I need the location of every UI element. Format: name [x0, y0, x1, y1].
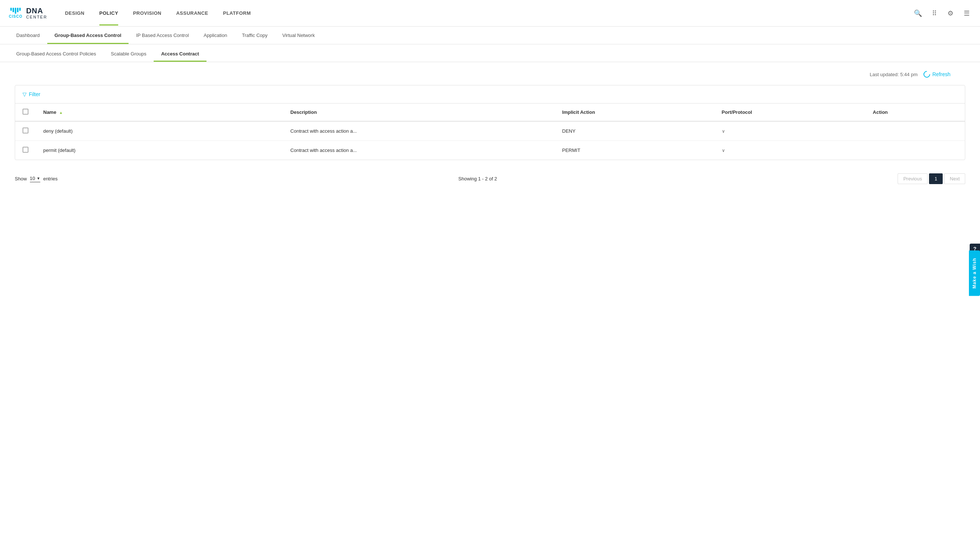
row2-implicit-action: PERMIT [555, 141, 714, 160]
show-entries: Show 10 ▼ entries [15, 176, 57, 182]
row1-description: Contract with access action a... [283, 121, 555, 141]
sub-nav1: Dashboard Group-Based Access Control IP … [0, 27, 980, 45]
top-navigation: CISCO DNA CENTER DESIGN POLICY PROVISION… [0, 0, 980, 27]
select-all-checkbox[interactable] [22, 109, 29, 115]
dna-sub: CENTER [26, 15, 47, 19]
bar2 [13, 8, 14, 12]
entries-value: 10 [30, 176, 35, 181]
tab-access-contract[interactable]: Access Contract [154, 46, 207, 62]
row2-description: Contract with access action a... [283, 141, 555, 160]
table-area: ▽ Filter Name ▲ Description [15, 85, 965, 160]
header-row: Name ▲ Description Implicit Action Port/… [15, 104, 965, 121]
sub-nav2: Group-Based Access Control Policies Scal… [0, 46, 980, 62]
entries-dropdown-icon: ▼ [37, 176, 40, 180]
filter-button[interactable]: ▽ Filter [22, 91, 958, 97]
logo-area: CISCO DNA CENTER [9, 6, 47, 19]
tab-group-based[interactable]: Group-Based Access Control [47, 27, 129, 44]
page-1-button[interactable]: 1 [929, 173, 943, 184]
tab-application[interactable]: Application [196, 27, 235, 44]
header-port-protocol: Port/Protocol [714, 104, 865, 121]
row1-checkbox[interactable] [22, 128, 29, 133]
filter-row: ▽ Filter [15, 85, 965, 104]
apps-icon[interactable]: ⠿ [930, 9, 939, 18]
nav-item-platform[interactable]: PLATFORM [223, 9, 251, 18]
implicit-action-column-label: Implicit Action [562, 109, 595, 115]
action-column-label: Action [873, 109, 888, 115]
description-column-label: Description [290, 109, 317, 115]
refresh-icon [922, 70, 931, 79]
bar3 [15, 8, 16, 14]
table-row: deny (default) Contract with access acti… [15, 121, 965, 141]
filter-label: Filter [29, 91, 40, 97]
bottom-row: Show 10 ▼ entries Showing 1 - 2 of 2 Pre… [15, 168, 965, 190]
search-icon[interactable]: 🔍 [913, 9, 923, 18]
refresh-label: Refresh [932, 71, 950, 77]
row2-port-protocol: ∨ [714, 141, 865, 160]
row2-name: permit (default) [36, 141, 283, 160]
header-description: Description [283, 104, 555, 121]
cisco-bars [10, 8, 21, 14]
row1-implicit-action: DENY [555, 121, 714, 141]
row1-expand-chevron[interactable]: ∨ [722, 129, 725, 134]
row2-expand-chevron[interactable]: ∨ [722, 148, 725, 153]
nav-item-provision[interactable]: PROVISION [133, 9, 161, 18]
header-name[interactable]: Name ▲ [36, 104, 283, 121]
row1-port-protocol: ∨ [714, 121, 865, 141]
table-header: Name ▲ Description Implicit Action Port/… [15, 104, 965, 121]
show-label: Show [15, 176, 27, 182]
showing-text: Showing 1 - 2 of 2 [458, 176, 497, 182]
bar1 [10, 8, 12, 11]
main-content: Last updated: 5:44 pm Refresh ▽ Filter [0, 62, 980, 199]
previous-button[interactable]: Previous [897, 173, 928, 184]
nav-item-design[interactable]: DESIGN [65, 9, 84, 18]
cisco-text: CISCO [9, 14, 22, 19]
nav-items: DESIGN POLICY PROVISION ASSURANCE PLATFO… [65, 9, 913, 18]
row2-checkbox[interactable] [22, 147, 29, 153]
port-protocol-column-label: Port/Protocol [722, 109, 752, 115]
entries-label: entries [43, 176, 57, 182]
access-contract-table: Name ▲ Description Implicit Action Port/… [15, 104, 965, 160]
row2-action [865, 141, 965, 160]
refresh-button[interactable]: Refresh [923, 71, 950, 78]
pagination: Previous 1 Next [897, 173, 965, 184]
tab-ip-based[interactable]: IP Based Access Control [129, 27, 196, 44]
entries-select[interactable]: 10 ▼ [30, 176, 40, 182]
nav-item-assurance[interactable]: ASSURANCE [176, 9, 208, 18]
next-button[interactable]: Next [944, 173, 965, 184]
menu-icon[interactable]: ☰ [962, 9, 971, 18]
table-body: deny (default) Contract with access acti… [15, 121, 965, 160]
tab-traffic-copy[interactable]: Traffic Copy [235, 27, 275, 44]
row1-checkbox-cell [15, 121, 36, 141]
table-row: permit (default) Contract with access ac… [15, 141, 965, 160]
row1-name: deny (default) [36, 121, 283, 141]
nav-item-policy[interactable]: POLICY [99, 9, 118, 18]
dna-label: DNA CENTER [26, 6, 47, 19]
name-column-label: Name [43, 109, 56, 115]
row2-checkbox-cell [15, 141, 36, 160]
bar4 [17, 8, 19, 12]
bar5 [19, 8, 21, 11]
refresh-row: Last updated: 5:44 pm Refresh [15, 71, 965, 78]
tab-virtual-network[interactable]: Virtual Network [275, 27, 322, 44]
header-implicit-action: Implicit Action [555, 104, 714, 121]
row1-action [865, 121, 965, 141]
cisco-logo: CISCO [9, 8, 22, 19]
name-sort-icon[interactable]: ▲ [59, 110, 63, 115]
tab-dashboard[interactable]: Dashboard [9, 27, 47, 44]
filter-icon: ▽ [22, 91, 27, 97]
nav-icons: 🔍 ⠿ ⚙ ☰ [913, 9, 971, 18]
header-action: Action [865, 104, 965, 121]
gear-icon[interactable]: ⚙ [946, 9, 955, 18]
last-updated-text: Last updated: 5:44 pm [870, 72, 918, 77]
header-checkbox-cell [15, 104, 36, 121]
tab-policies[interactable]: Group-Based Access Control Policies [9, 46, 103, 62]
dna-title: DNA [26, 6, 47, 15]
tab-scalable-groups[interactable]: Scalable Groups [103, 46, 154, 62]
